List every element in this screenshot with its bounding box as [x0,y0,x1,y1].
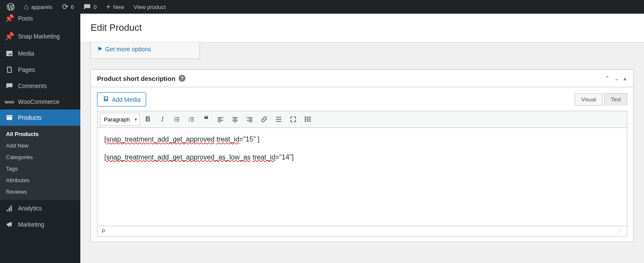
sidebar-item-pages[interactable]: Pages [0,62,80,78]
wp-logo[interactable] [3,0,18,14]
panel-toggles: ⌃ ⌄ ▴ [604,74,627,83]
svg-rect-36 [307,121,309,122]
svg-rect-27 [276,119,282,120]
megaphone-icon [5,221,14,228]
comment-icon [5,82,14,90]
panel-title: Product short description ? [97,75,185,82]
svg-rect-18 [232,117,238,118]
svg-rect-25 [249,121,252,122]
page-title: Edit Product [91,22,634,33]
toolbar-toggle-button[interactable] [301,113,314,126]
main-content: Edit Product ⚑Get more options Product s… [80,14,644,263]
sidebar-item-label: Pages [18,66,35,73]
editor-line: [snap_treatment_add_get_approved treat_i… [104,134,620,145]
wordpress-icon [7,3,15,11]
panel-title-text: Product short description [97,75,175,82]
svg-rect-33 [307,118,309,120]
tab-visual[interactable]: Visual [575,93,603,106]
readmore-button[interactable] [272,113,285,126]
svg-rect-15 [218,118,221,119]
sidebar-item-products[interactable]: Products [0,109,80,126]
get-more-options-link[interactable]: ⚑Get more options [97,46,151,53]
svg-rect-37 [309,121,311,122]
align-right-button[interactable] [243,113,256,126]
media-icon [103,95,109,103]
refresh-icon: ⟳ [62,2,68,12]
numbered-list-button[interactable]: 123 [185,113,198,126]
format-select[interactable]: Paragraph [100,113,140,126]
quote-button[interactable]: ❝ [200,113,212,126]
sidebar-sub-tags[interactable]: Tags [0,163,80,174]
sidebar-sub-attributes[interactable]: Attributes [0,174,80,186]
sidebar-item-label: Comments [18,83,47,89]
panel-body: Add Media Visual Text Paragraph B I 123 … [91,87,633,242]
sidebar-sub-all-products[interactable]: All Products [0,128,80,140]
svg-rect-34 [309,118,311,120]
updates-count: 6 [71,4,74,10]
align-left-button[interactable] [214,113,227,126]
svg-rect-19 [233,118,237,119]
italic-button[interactable]: I [156,113,169,126]
sidebar-sub-reviews[interactable]: Reviews [0,186,80,198]
svg-rect-26 [276,117,282,118]
resize-handle-icon[interactable]: ⋰ [617,228,623,234]
sidebar-item-analytics[interactable]: Analytics [0,200,80,216]
editor-textarea[interactable]: [snap_treatment_add_get_approved treat_i… [97,128,627,226]
svg-rect-30 [307,117,309,118]
media-icon [5,50,14,57]
bold-button[interactable]: B [141,113,154,126]
svg-rect-17 [218,121,221,122]
add-media-label: Add Media [112,96,141,103]
view-product-link[interactable]: View product [130,0,169,14]
svg-rect-7 [176,121,179,121]
tab-text[interactable]: Text [604,93,627,106]
svg-point-2 [174,117,175,118]
sidebar-item-label: Products [18,114,41,121]
sidebar-item-label: Posts [18,15,33,22]
svg-rect-22 [247,117,253,118]
bullet-list-button[interactable] [171,113,183,126]
editor-statusbar: P ⋰ [97,226,627,236]
move-up-icon[interactable]: ⌃ [604,74,611,83]
sidebar-item-label: Snap Marketing [18,33,60,40]
svg-rect-11 [191,119,194,120]
admin-topbar: ⌂apparels ⟳6 0 +New View product [0,0,644,14]
sidebar-sub-categories[interactable]: Categories [0,151,80,163]
sidebar-sub-add-new[interactable]: Add New [0,140,80,151]
svg-rect-14 [218,117,223,118]
options-box: ⚑Get more options [91,42,200,59]
updates-link[interactable]: ⟳6 [59,0,77,14]
sidebar-item-label: Media [18,50,34,57]
comments-link[interactable]: 0 [80,0,100,14]
align-center-button[interactable] [229,113,241,126]
pin-icon: 📌 [5,32,14,41]
fullscreen-button[interactable] [287,113,300,126]
add-media-button[interactable]: Add Media [97,92,146,106]
svg-point-1 [105,98,106,98]
link-button[interactable] [258,113,271,126]
view-product-label: View product [134,4,166,10]
collapse-icon[interactable]: ▴ [623,74,627,83]
new-content-link[interactable]: +New [103,0,128,14]
pin-icon: 📌 [5,14,14,23]
editor-tabs: Visual Text [575,93,627,106]
help-icon[interactable]: ? [179,75,185,82]
move-down-icon[interactable]: ⌄ [613,74,620,83]
sidebar-item-media[interactable]: Media [0,45,80,62]
sidebar-item-snap-marketing[interactable]: 📌Snap Marketing [0,27,80,45]
svg-rect-23 [249,118,252,119]
svg-rect-13 [191,121,194,121]
sidebar-item-marketing[interactable]: Marketing [0,216,80,233]
svg-rect-32 [305,118,306,120]
element-path[interactable]: P [102,228,106,234]
site-home-link[interactable]: ⌂apparels [21,0,56,14]
svg-rect-21 [233,121,237,122]
page-header: Edit Product [80,14,644,42]
svg-rect-28 [276,121,282,122]
sidebar-item-label: Marketing [18,221,44,228]
comment-icon [83,3,91,11]
sidebar-item-comments[interactable]: Comments [0,78,80,94]
sidebar-item-woocommerce[interactable]: wooWooCommerce [0,94,80,109]
editor-line: [snap_treatment_add_get_approved_as_low_… [104,152,620,163]
sidebar-item-posts[interactable]: 📌Posts [0,14,80,27]
